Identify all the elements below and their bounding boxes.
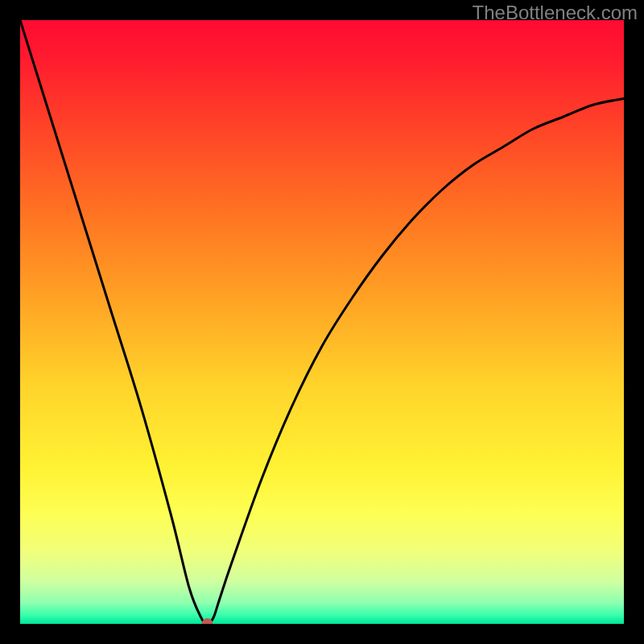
chart-svg (20, 20, 624, 624)
plot-area (20, 20, 624, 624)
gradient-background (20, 20, 624, 624)
watermark-text: TheBottleneck.com (473, 2, 638, 24)
chart-frame: TheBottleneck.com (0, 0, 644, 644)
